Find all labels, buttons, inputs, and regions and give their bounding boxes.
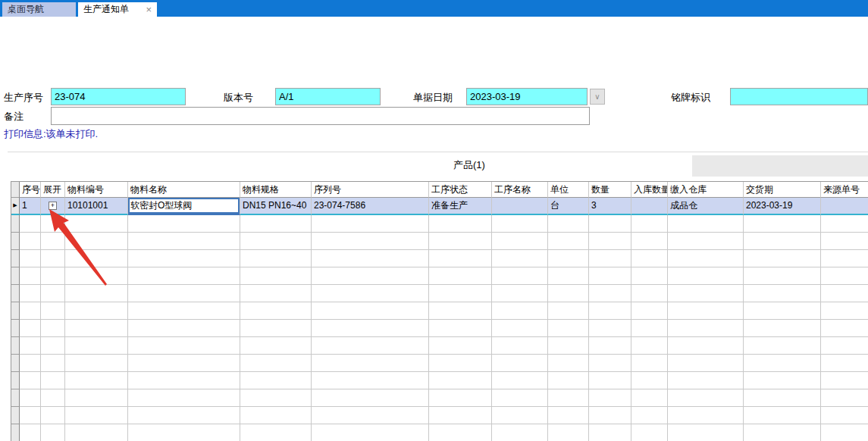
column-header-warehouse[interactable]: 缴入仓库	[668, 182, 744, 198]
empty-cell-seq	[20, 424, 41, 441]
empty-row	[11, 372, 868, 389]
production-serial-input[interactable]	[51, 88, 186, 105]
empty-cell-expand	[41, 250, 65, 267]
empty-cell-expand	[41, 285, 65, 302]
current-row-marker-icon: ▶	[11, 198, 20, 215]
column-header-process-status[interactable]: 工序状态	[429, 182, 492, 198]
empty-cell-expand	[41, 355, 65, 372]
empty-cell-material-no	[65, 250, 128, 267]
empty-row	[11, 250, 868, 267]
document-date-input[interactable]: 2023-03-19	[466, 88, 588, 105]
empty-cell-material-name	[128, 372, 240, 389]
version-input[interactable]	[275, 88, 381, 105]
row-selector	[11, 215, 20, 233]
cell-material-spec[interactable]: DN15 PN16~40	[240, 198, 312, 215]
empty-cell-material-spec	[240, 215, 312, 233]
empty-cell-process-status	[429, 233, 492, 250]
empty-cell-unit	[548, 302, 589, 320]
document-date-dropdown-button[interactable]: ∨	[590, 89, 605, 105]
empty-cell-material-no	[65, 267, 128, 285]
cell-process-name[interactable]	[492, 198, 548, 215]
column-header-inbound-qty[interactable]: 入库数量	[631, 182, 668, 198]
empty-cell-material-name	[128, 320, 240, 337]
empty-cell-process-status	[429, 424, 492, 441]
empty-cell-material-name	[128, 407, 240, 424]
column-header-delivery-date[interactable]: 交货期	[744, 182, 821, 198]
empty-cell-process-status	[429, 337, 492, 355]
column-header-source-no[interactable]: 来源单号	[821, 182, 868, 198]
empty-cell-qty	[589, 355, 631, 372]
empty-cell-material-name	[128, 250, 240, 267]
empty-cell-qty	[589, 407, 631, 424]
empty-cell-seq	[20, 250, 41, 267]
empty-row	[11, 424, 868, 441]
cell-material-name[interactable]: 软密封O型球阀	[128, 198, 240, 215]
empty-cell-serial-no	[312, 250, 429, 267]
empty-cell-warehouse	[668, 337, 744, 355]
empty-cell-material-spec	[240, 355, 312, 372]
cell-warehouse[interactable]: 成品仓	[668, 198, 744, 215]
column-header-seq[interactable]: 序号	[20, 182, 41, 198]
row-selector	[11, 233, 20, 250]
cell-seq[interactable]: 1	[20, 198, 41, 215]
column-header-material-spec[interactable]: 物料规格	[240, 182, 312, 198]
cell-expand[interactable]: +	[41, 198, 65, 215]
empty-row	[11, 320, 868, 337]
column-header-serial-no[interactable]: 序列号	[312, 182, 429, 198]
column-header-expand[interactable]: 展开	[41, 182, 65, 198]
empty-cell-inbound-qty	[631, 215, 668, 233]
cell-material-no[interactable]: 10101001	[65, 198, 128, 215]
cell-inbound-qty[interactable]	[631, 198, 668, 215]
cell-delivery-date[interactable]: 2023-03-19	[744, 198, 821, 215]
empty-cell-qty	[589, 424, 631, 441]
empty-cell-inbound-qty	[631, 355, 668, 372]
empty-cell-warehouse	[668, 355, 744, 372]
empty-cell-source-no	[821, 424, 868, 441]
tab-desktop-navigation[interactable]: 桌面导航	[2, 2, 76, 17]
column-header-process-name[interactable]: 工序名称	[492, 182, 548, 198]
empty-cell-material-spec	[240, 267, 312, 285]
empty-cell-unit	[548, 320, 589, 337]
tab-production-notice[interactable]: 生产通知单 ×	[78, 2, 157, 17]
column-header-material-name[interactable]: 物料名称	[128, 182, 240, 198]
empty-cell-qty	[589, 320, 631, 337]
empty-cell-delivery-date	[744, 302, 821, 320]
cell-source-no[interactable]	[821, 198, 868, 215]
empty-cell-process-name	[492, 337, 548, 355]
empty-cell-seq	[20, 355, 41, 372]
empty-cell-unit	[548, 424, 589, 441]
empty-cell-serial-no	[312, 424, 429, 441]
product-grid: 序号展开物料编号物料名称物料规格序列号工序状态工序名称单位数量入库数量缴入仓库交…	[11, 181, 868, 441]
column-header-unit[interactable]: 单位	[548, 182, 589, 198]
empty-cell-expand	[41, 267, 65, 285]
remark-input[interactable]	[51, 107, 590, 125]
empty-cell-seq	[20, 337, 41, 355]
empty-cell-warehouse	[668, 250, 744, 267]
expand-plus-icon[interactable]: +	[49, 202, 57, 210]
column-header-qty[interactable]: 数量	[589, 182, 631, 198]
empty-cell-serial-no	[312, 267, 429, 285]
empty-cell-material-no	[65, 355, 128, 372]
column-header-material-no[interactable]: 物料编号	[65, 182, 128, 198]
empty-row	[11, 302, 868, 320]
empty-cell-expand	[41, 233, 65, 250]
empty-cell-qty	[589, 389, 631, 407]
empty-cell-serial-no	[312, 215, 429, 233]
empty-cell-material-no	[65, 285, 128, 302]
row-selector	[11, 285, 20, 302]
empty-cell-warehouse	[668, 215, 744, 233]
empty-cell-process-name	[492, 285, 548, 302]
cell-qty[interactable]: 3	[589, 198, 631, 215]
empty-cell-material-name	[128, 355, 240, 372]
close-icon[interactable]: ×	[146, 2, 152, 17]
empty-cell-unit	[548, 233, 589, 250]
nameplate-input[interactable]	[730, 88, 868, 105]
empty-cell-process-status	[429, 320, 492, 337]
empty-row	[11, 215, 868, 233]
cell-process-status[interactable]: 准备生产	[429, 198, 492, 215]
cell-unit[interactable]: 台	[548, 198, 589, 215]
empty-cell-process-name	[492, 302, 548, 320]
cell-serial-no[interactable]: 23-074-7586	[312, 198, 429, 215]
tab-product[interactable]	[11, 152, 692, 180]
empty-cell-qty	[589, 233, 631, 250]
